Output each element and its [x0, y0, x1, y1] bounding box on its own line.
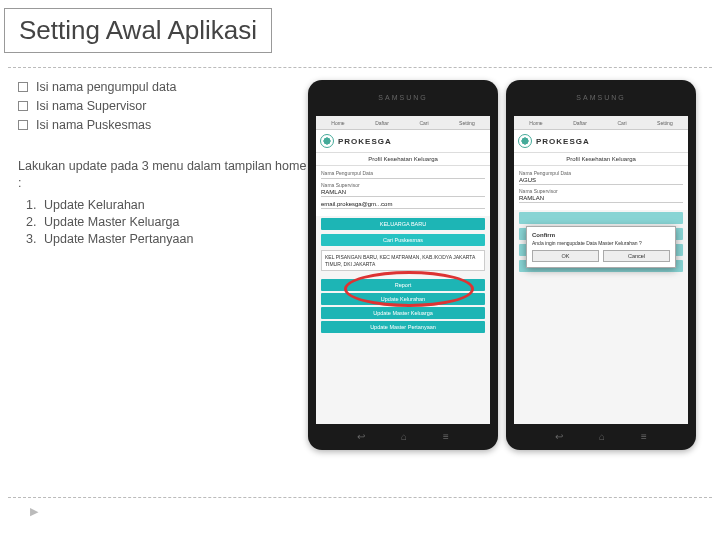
app-logo-icon [518, 134, 532, 148]
home-icon[interactable]: ⌂ [599, 431, 605, 442]
app-subtitle: Profil Kesehatan Keluarga [514, 153, 688, 166]
form-area: Nama Pengumpul DataAGUS Nama SupervisorR… [514, 166, 688, 210]
menu-icon[interactable]: ≡ [641, 431, 647, 442]
field-value[interactable]: RAMLAN [519, 194, 683, 203]
tab[interactable]: Cari [617, 120, 626, 126]
menu-update-keluarga[interactable]: Update Master Keluarga [321, 307, 485, 319]
hw-buttons: ↩ ⌂ ≡ [555, 431, 647, 442]
step-item: Update Master Keluarga [40, 215, 308, 229]
divider-bottom [8, 497, 712, 498]
tab-bar: Home Daftar Cari Setting [316, 116, 490, 130]
field-value[interactable]: AGUS [519, 176, 683, 185]
menu-update-kelurahan[interactable]: Update Kelurahan [321, 293, 485, 305]
screen: Home Daftar Cari Setting PROKESGA Profil… [316, 116, 490, 424]
app-logo-icon [320, 134, 334, 148]
screen: Home Daftar Cari Setting PROKESGA Profil… [514, 116, 688, 424]
search-puskesmas-button[interactable]: Cari Puskesmas [321, 234, 485, 246]
dialog-message: Anda ingin mengupdate Data Master Kelura… [532, 240, 670, 246]
app-name: PROKESGA [536, 137, 590, 146]
phone-mockups: Home Daftar Cari Setting PROKESGA Profil… [308, 80, 696, 450]
menu-icon[interactable]: ≡ [443, 431, 449, 442]
kelurahan-info: KEL PISANGAN BARU, KEC MATRAMAN, KAB./KO… [321, 250, 485, 271]
checklist-item: Isi nama pengumpul data [18, 80, 308, 94]
phone-left: Home Daftar Cari Setting PROKESGA Profil… [308, 80, 498, 450]
step-item: Update Master Pertanyaan [40, 232, 308, 246]
phone-right: Home Daftar Cari Setting PROKESGA Profil… [506, 80, 696, 450]
checklist-label: Isi nama Puskesmas [36, 118, 151, 132]
checklist: Isi nama pengumpul data Isi nama Supervi… [18, 80, 308, 132]
checkbox-icon [18, 82, 28, 92]
page-title: Setting Awal Aplikasi [19, 15, 257, 46]
dialog-title: Confirm [532, 232, 670, 238]
step-item: Update Kelurahan [40, 198, 308, 212]
hw-buttons: ↩ ⌂ ≡ [357, 431, 449, 442]
app-name: PROKESGA [338, 137, 392, 146]
app-header: PROKESGA [514, 130, 688, 153]
dialog-cancel-button[interactable]: Cancel [603, 250, 670, 262]
content-row: Isi nama pengumpul data Isi nama Supervi… [0, 68, 720, 450]
checklist-item: Isi nama Supervisor [18, 99, 308, 113]
slide-arrow-icon: ▶ [30, 505, 38, 518]
new-family-button[interactable]: KELUARGA BARU [321, 218, 485, 230]
instruction-paragraph: Lakukan update pada 3 menu dalam tampila… [18, 158, 308, 192]
home-icon[interactable]: ⌂ [401, 431, 407, 442]
menu-report[interactable]: Report [321, 279, 485, 291]
back-icon[interactable]: ↩ [357, 431, 365, 442]
field-value[interactable] [321, 176, 485, 179]
app-header: PROKESGA [316, 130, 490, 153]
checklist-label: Isi nama pengumpul data [36, 80, 176, 94]
form-area: Nama Pengumpul Data Nama SupervisorRAMLA… [316, 166, 490, 216]
checklist-label: Isi nama Supervisor [36, 99, 146, 113]
back-icon[interactable]: ↩ [555, 431, 563, 442]
field-value[interactable]: RAMLAN [321, 188, 485, 197]
checkbox-icon [18, 120, 28, 130]
tab[interactable]: Setting [657, 120, 673, 126]
confirm-dialog: Confirm Anda ingin mengupdate Data Maste… [526, 226, 676, 268]
app-subtitle: Profil Kesehatan Keluarga [316, 153, 490, 166]
dialog-ok-button[interactable]: OK [532, 250, 599, 262]
tab-bar: Home Daftar Cari Setting [514, 116, 688, 130]
tab[interactable]: Daftar [375, 120, 389, 126]
text-column: Isi nama pengumpul data Isi nama Supervi… [18, 80, 308, 450]
tab[interactable]: Daftar [573, 120, 587, 126]
tab[interactable]: Setting [459, 120, 475, 126]
tab[interactable]: Cari [419, 120, 428, 126]
checkbox-icon [18, 101, 28, 111]
numbered-steps: Update Kelurahan Update Master Keluarga … [18, 198, 308, 246]
checklist-item: Isi nama Puskesmas [18, 118, 308, 132]
page-title-box: Setting Awal Aplikasi [4, 8, 272, 53]
field-value[interactable]: email.prokesga@gm...com [321, 200, 485, 209]
menu-dimmed [519, 212, 683, 224]
tab[interactable]: Home [331, 120, 344, 126]
tab[interactable]: Home [529, 120, 542, 126]
update-menu-stack: Report Update Kelurahan Update Master Ke… [316, 277, 490, 335]
menu-update-pertanyaan[interactable]: Update Master Pertanyaan [321, 321, 485, 333]
